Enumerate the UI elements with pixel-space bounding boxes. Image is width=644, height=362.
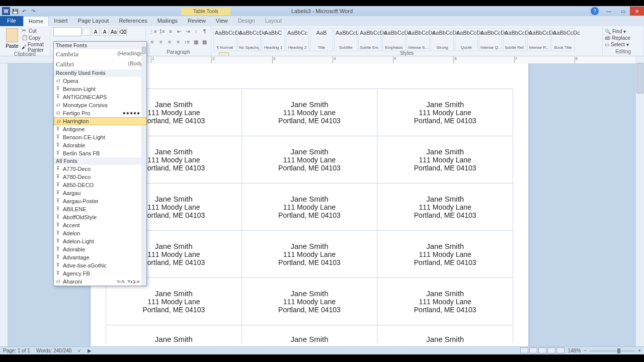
style-item[interactable]: AaBbCcDcNo Spacing bbox=[237, 28, 261, 51]
font-item[interactable]: ŦA770-Deco bbox=[54, 165, 146, 173]
font-item[interactable]: ŦAdorable bbox=[54, 245, 146, 253]
zoom-level[interactable]: 148% bbox=[568, 348, 581, 353]
vertical-scrollbar[interactable] bbox=[636, 63, 644, 346]
address-label-cell[interactable]: Jane Smith111 Moody LanePortland, ME 041… bbox=[377, 231, 513, 278]
file-tab[interactable]: File bbox=[0, 16, 23, 26]
style-item[interactable]: AaBbCcLSubtitle bbox=[334, 28, 357, 51]
scrollbar-thumb[interactable] bbox=[636, 63, 643, 94]
tab-design[interactable]: Design bbox=[233, 16, 260, 26]
paste-button[interactable]: Paste bbox=[3, 27, 21, 50]
align-center-button[interactable]: ≡ bbox=[157, 38, 164, 46]
cut-button[interactable]: ✂Cut bbox=[21, 27, 47, 34]
style-item[interactable]: AaBbCcDcEmphasis bbox=[382, 28, 406, 51]
tab-references[interactable]: References bbox=[114, 16, 152, 26]
font-item[interactable]: ŦAntigone bbox=[54, 125, 146, 133]
font-item[interactable]: 𝑂Aharoniאבגד הוז bbox=[54, 278, 146, 286]
shading-button[interactable]: ▦ bbox=[192, 38, 199, 46]
select-button[interactable]: ▭Select ▾ bbox=[605, 41, 641, 48]
replace-button[interactable]: abReplace bbox=[605, 35, 641, 41]
style-item[interactable]: AaBbCcDcIntense Q... bbox=[479, 28, 502, 51]
view-buttons[interactable] bbox=[520, 347, 565, 354]
minimize-button[interactable]: — bbox=[602, 7, 616, 16]
font-item[interactable]: ŦAargau bbox=[54, 189, 146, 197]
font-item[interactable]: ŦANTIGONECAPS bbox=[54, 93, 146, 101]
copy-button[interactable]: 📋Copy bbox=[21, 34, 47, 41]
shrink-font-button[interactable]: A bbox=[101, 28, 109, 36]
font-item[interactable]: 𝑂Opera bbox=[54, 77, 146, 85]
decrease-indent-button[interactable]: ⇤ bbox=[176, 27, 183, 35]
bullets-button[interactable]: ⋮≡ bbox=[149, 27, 157, 35]
document-page[interactable]: Jane Smith111 Moody LanePortland, ME 041… bbox=[91, 63, 528, 346]
address-label-cell[interactable]: Jane Smith111 Moody LanePortland, ME 041… bbox=[377, 136, 513, 184]
style-item[interactable]: AaBbCcHeading 2 bbox=[286, 28, 309, 51]
address-label-cell[interactable]: Jane Smith bbox=[106, 325, 242, 343]
font-item[interactable]: ŦAargau-Poster bbox=[54, 197, 146, 205]
font-item[interactable]: ŦA850-DECO bbox=[54, 181, 146, 189]
increase-indent-button[interactable]: ⇥ bbox=[184, 27, 191, 35]
style-item[interactable]: AaBbCcDcSubtle Em... bbox=[358, 28, 381, 51]
tab-mailings[interactable]: Mailings bbox=[152, 16, 183, 26]
redo-icon[interactable]: ↷ bbox=[29, 7, 37, 15]
address-label-cell[interactable]: Jane Smith111 Moody LanePortland, ME 041… bbox=[377, 278, 513, 325]
tab-view[interactable]: View bbox=[211, 16, 233, 26]
font-name-combo[interactable] bbox=[53, 27, 82, 36]
show-marks-button[interactable]: ¶ bbox=[201, 27, 208, 35]
word-count[interactable]: Words: 240/240 bbox=[36, 348, 71, 353]
close-button[interactable]: ✕ bbox=[630, 7, 644, 16]
style-item[interactable]: AaBbCcDcStrong bbox=[431, 28, 454, 51]
justify-button[interactable]: ≡ bbox=[175, 38, 182, 46]
font-item[interactable]: 𝑂Monotype Corsiva bbox=[54, 101, 146, 109]
font-item[interactable]: ŦAdorable bbox=[54, 141, 146, 149]
numbering-button[interactable]: 1≡ bbox=[159, 27, 166, 35]
address-label-cell[interactable]: Jane Smith111 Moody LanePortland, ME 041… bbox=[377, 184, 513, 231]
font-item[interactable]: ŦAdvantage bbox=[54, 253, 146, 261]
font-item[interactable]: ŦA780-Deco bbox=[54, 173, 146, 181]
tab-insert[interactable]: Insert bbox=[49, 16, 73, 26]
zoom-in-button[interactable]: + bbox=[638, 348, 641, 353]
find-button[interactable]: 🔍Find ▾ bbox=[605, 28, 641, 35]
save-icon[interactable]: 💾 bbox=[11, 7, 19, 15]
tab-home[interactable]: Home bbox=[23, 16, 49, 26]
style-item[interactable]: AaBbCcDcQuote bbox=[455, 28, 478, 51]
address-label-cell[interactable]: Jane Smith111 Moody LanePortland, ME 041… bbox=[242, 231, 377, 278]
change-case-button[interactable]: Aa bbox=[110, 28, 118, 36]
font-item[interactable]: ŦAccent bbox=[54, 221, 146, 229]
font-item[interactable]: ŦAdelon bbox=[54, 229, 146, 237]
address-label-cell[interactable]: Jane Smith111 Moody LanePortland, ME 041… bbox=[242, 184, 377, 231]
style-item[interactable]: AaBbCcDcIntense R... bbox=[527, 28, 550, 51]
font-theme-item[interactable]: Calibri(Body) bbox=[54, 59, 146, 69]
multilevel-list-button[interactable]: ≡ bbox=[168, 27, 174, 35]
font-theme-item[interactable]: Cambria(Headings) bbox=[54, 49, 146, 59]
zoom-out-button[interactable]: − bbox=[584, 348, 587, 353]
font-item[interactable]: ŦAdelon-Light bbox=[54, 237, 146, 245]
align-right-button[interactable]: ≡ bbox=[167, 38, 173, 46]
address-label-cell[interactable]: Jane Smith bbox=[242, 325, 377, 343]
style-item[interactable]: AaBbCHeading 1 bbox=[262, 28, 285, 51]
address-label-cell[interactable]: Jane Smith111 Moody LanePortland, ME 041… bbox=[242, 278, 377, 325]
sort-button[interactable]: ↕ bbox=[193, 27, 199, 35]
font-item[interactable]: ŦBenson-CE-Light bbox=[54, 133, 146, 141]
font-item[interactable]: ŦAgency FB bbox=[54, 269, 146, 278]
style-item[interactable]: AaBTitle bbox=[310, 28, 333, 51]
address-label-cell[interactable]: Jane Smith111 Moody LanePortland, ME 041… bbox=[242, 136, 377, 184]
font-item[interactable]: ŦBerlin Sans FB bbox=[54, 149, 146, 157]
zoom-slider[interactable] bbox=[590, 350, 635, 352]
style-item[interactable]: AaBbCcDcIntense E... bbox=[407, 28, 430, 51]
macro-icon[interactable]: ▶ bbox=[88, 348, 92, 353]
borders-button[interactable]: ▦ bbox=[201, 38, 208, 46]
clear-formatting-button[interactable]: ⌫ bbox=[119, 28, 127, 36]
font-item[interactable]: 𝑂Harrington bbox=[54, 117, 146, 125]
font-item[interactable]: ŦAdve-tise-sGothic bbox=[54, 261, 146, 269]
align-left-button[interactable]: ≡ bbox=[149, 38, 155, 46]
address-label-cell[interactable]: Jane Smith111 Moody LanePortland, ME 041… bbox=[242, 89, 377, 136]
address-label-cell[interactable]: Jane Smith bbox=[377, 325, 513, 343]
spellcheck-icon[interactable]: ✓ bbox=[77, 348, 82, 353]
font-size-combo[interactable] bbox=[83, 28, 91, 36]
help-icon[interactable]: ? bbox=[591, 7, 599, 15]
tab-layout[interactable]: Layout bbox=[260, 16, 287, 26]
address-label-cell[interactable]: Jane Smith111 Moody LanePortland, ME 041… bbox=[377, 89, 513, 136]
font-item[interactable]: ŦABILENE bbox=[54, 205, 146, 213]
style-item[interactable]: AaBbCcDcSubtle Ref... bbox=[503, 28, 526, 51]
font-item[interactable]: 𝑂Fertigo Pro●●●●● bbox=[54, 109, 146, 117]
font-item[interactable]: ŦBenson-Light bbox=[54, 85, 146, 93]
